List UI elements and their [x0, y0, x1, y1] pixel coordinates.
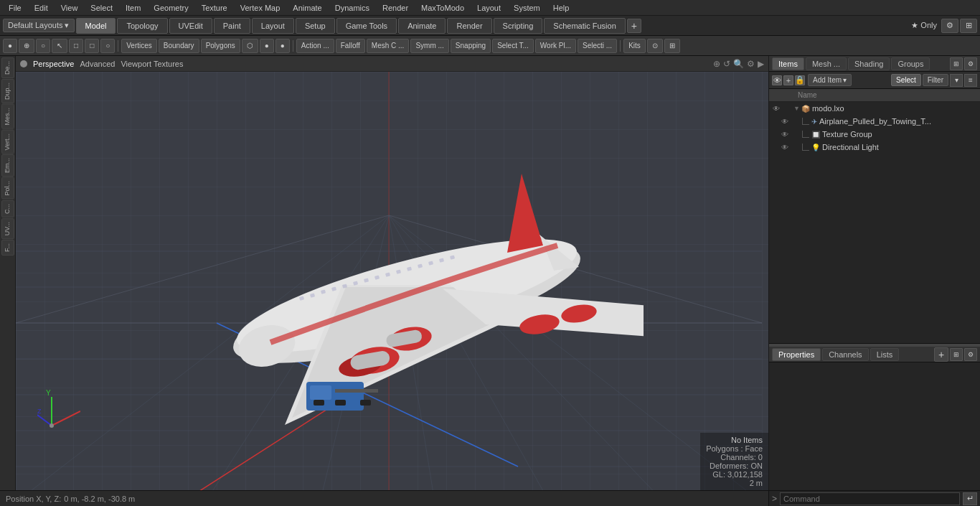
lock-icon[interactable]: 🔒 — [795, 75, 805, 85]
tool-dot1[interactable]: ● — [260, 39, 274, 53]
tool-center[interactable]: ⊕ — [19, 39, 34, 53]
item-row-modo-lxo[interactable]: 👁 ▼ 📦 modo.lxo — [769, 102, 980, 115]
layout-tab-topology[interactable]: Topology — [117, 18, 167, 34]
prop-settings-icon[interactable]: ⚙ — [964, 348, 977, 361]
layout-tab-setup[interactable]: Setup — [296, 18, 335, 34]
viewport-search-icon[interactable]: 🔍 — [733, 59, 744, 69]
menu-texture[interactable]: Texture — [196, 2, 233, 14]
viewport-fit-icon[interactable]: ⊕ — [713, 59, 720, 69]
item-eye-directional-light[interactable]: 👁 — [779, 144, 791, 151]
item-row-texture-group[interactable]: 👁 🔲 Texture Group — [769, 128, 980, 141]
layout-dropdown[interactable]: Default Layouts ▾ — [3, 19, 75, 32]
tool-falloff[interactable]: Falloff — [336, 39, 365, 53]
tool-select-mode[interactable]: ● — [3, 39, 17, 53]
item-eye-modo-lxo[interactable]: 👁 — [771, 105, 782, 113]
tool-circle[interactable]: ○ — [100, 39, 115, 53]
sidebar-tab-em[interactable]: Em... — [1, 154, 14, 177]
layout-tab-scripting[interactable]: Scripting — [494, 18, 543, 34]
prop-add-button[interactable]: + — [934, 347, 948, 362]
viewport-canvas[interactable]: X Y Z No Items Polygons : Face Channels:… — [16, 72, 768, 490]
prop-tab-channels[interactable]: Channels — [822, 348, 868, 361]
items-expand-icon[interactable]: ▾ — [950, 74, 963, 87]
viewport-tab-perspective[interactable]: Perspective — [33, 60, 74, 68]
layout-tab-animate[interactable]: Animate — [398, 18, 446, 34]
tool-boundary[interactable]: Boundary — [159, 39, 199, 53]
menu-file[interactable]: File — [3, 2, 27, 14]
sidebar-tab-de[interactable]: De... — [1, 57, 14, 78]
eye-toggle-icon[interactable]: 👁 — [772, 75, 782, 85]
viewport-tab-textures[interactable]: Viewport Textures — [121, 60, 183, 68]
item-eye-texture-group[interactable]: 👁 — [779, 131, 791, 139]
tool-hex[interactable]: ⬡ — [242, 39, 258, 53]
tool-box1[interactable]: □ — [69, 39, 83, 53]
layout-tab-schematic-fusion[interactable]: Schematic Fusion — [544, 18, 625, 34]
items-menu-icon[interactable]: ≡ — [964, 74, 977, 87]
layout-tab-paint[interactable]: Paint — [214, 18, 250, 34]
tool-select-t[interactable]: Select T... — [492, 39, 534, 53]
prop-expand-icon[interactable]: ⊞ — [950, 348, 963, 361]
menu-view[interactable]: View — [55, 2, 84, 14]
settings-icon[interactable]: ⚙ — [941, 19, 958, 33]
prop-tab-lists[interactable]: Lists — [870, 348, 900, 361]
tab-groups[interactable]: Groups — [891, 57, 930, 70]
menu-system[interactable]: System — [508, 2, 546, 14]
tab-items[interactable]: Items — [772, 57, 804, 70]
viewport-expand-icon[interactable]: ▶ — [758, 59, 764, 69]
sidebar-tab-dup[interactable]: Dup... — [1, 79, 14, 103]
add-layout-button[interactable]: + — [627, 19, 641, 33]
menu-vertex-map[interactable]: Vertex Map — [235, 2, 286, 14]
sidebar-tab-pol[interactable]: Pol... — [1, 177, 14, 200]
layout-tab-model[interactable]: Model — [76, 18, 116, 34]
menu-geometry[interactable]: Geometry — [148, 2, 194, 14]
tool-snapping[interactable]: Snapping — [451, 39, 491, 53]
tool-workplane[interactable]: Work Pl... — [535, 39, 576, 53]
tool-rotate[interactable]: ○ — [36, 39, 50, 53]
add-icon[interactable]: + — [783, 75, 793, 85]
prop-tab-properties[interactable]: Properties — [772, 348, 821, 361]
tool-pointer[interactable]: ↖ — [52, 39, 67, 53]
command-input[interactable] — [780, 492, 960, 505]
tool-vertices[interactable]: Vertices — [121, 39, 157, 53]
tool-dot2[interactable]: ● — [275, 39, 290, 53]
menu-animate[interactable]: Animate — [287, 2, 327, 14]
sidebar-tab-uv[interactable]: UV... — [1, 218, 14, 239]
panel-expand-icon[interactable]: ⊞ — [950, 57, 963, 70]
menu-select[interactable]: Select — [85, 2, 118, 14]
sidebar-tab-c[interactable]: C... — [1, 200, 14, 217]
menu-edit[interactable]: Edit — [29, 2, 54, 14]
layout-tab-layout[interactable]: Layout — [252, 18, 294, 34]
menu-render[interactable]: Render — [377, 2, 414, 14]
menu-layout[interactable]: Layout — [471, 2, 507, 14]
add-item-button[interactable]: Add Item ▾ — [808, 74, 852, 86]
filter-button[interactable]: Filter — [923, 74, 948, 86]
layout-tab-render[interactable]: Render — [447, 18, 491, 34]
tool-symmetry[interactable]: Symm ... — [410, 39, 448, 53]
select-button[interactable]: Select — [891, 74, 921, 86]
tool-polygons[interactable]: Polygons — [201, 39, 240, 53]
tool-selection[interactable]: Selecti ... — [578, 39, 617, 53]
tab-shading[interactable]: Shading — [848, 57, 890, 70]
tool-icon2[interactable]: ⊞ — [664, 39, 680, 53]
item-eye-airplane[interactable]: 👁 — [779, 118, 791, 126]
tool-box2[interactable]: □ — [85, 39, 99, 53]
sidebar-tab-f[interactable]: F... — [1, 240, 14, 256]
item-row-airplane[interactable]: 👁 ✈ Airplane_Pulled_by_Towing_T... — [769, 115, 980, 128]
tool-action[interactable]: Action ... — [296, 39, 334, 53]
tab-mesh[interactable]: Mesh ... — [806, 57, 847, 70]
sidebar-tab-mes[interactable]: Mes... — [1, 104, 14, 129]
layout-tab-uvedit[interactable]: UVEdit — [169, 18, 212, 34]
menu-maxtomodo[interactable]: MaxToModo — [415, 2, 470, 14]
item-row-directional-light[interactable]: 👁 💡 Directional Light — [769, 141, 980, 154]
layout-tab-game-tools[interactable]: Game Tools — [336, 18, 397, 34]
panel-settings-icon[interactable]: ⚙ — [964, 57, 977, 70]
viewport-reset-icon[interactable]: ↺ — [723, 59, 730, 69]
menu-item[interactable]: Item — [120, 2, 146, 14]
tool-kits[interactable]: Kits — [623, 39, 646, 53]
tool-mesh[interactable]: Mesh C ... — [367, 39, 410, 53]
viewport-tab-advanced[interactable]: Advanced — [80, 60, 115, 68]
menu-dynamics[interactable]: Dynamics — [329, 2, 375, 14]
command-submit-button[interactable]: ↵ — [963, 492, 977, 505]
sidebar-tab-vert[interactable]: Vert... — [1, 130, 14, 154]
item-arrow-modo-lxo[interactable]: ▼ — [793, 105, 800, 112]
tool-icon1[interactable]: ⊙ — [647, 39, 663, 53]
